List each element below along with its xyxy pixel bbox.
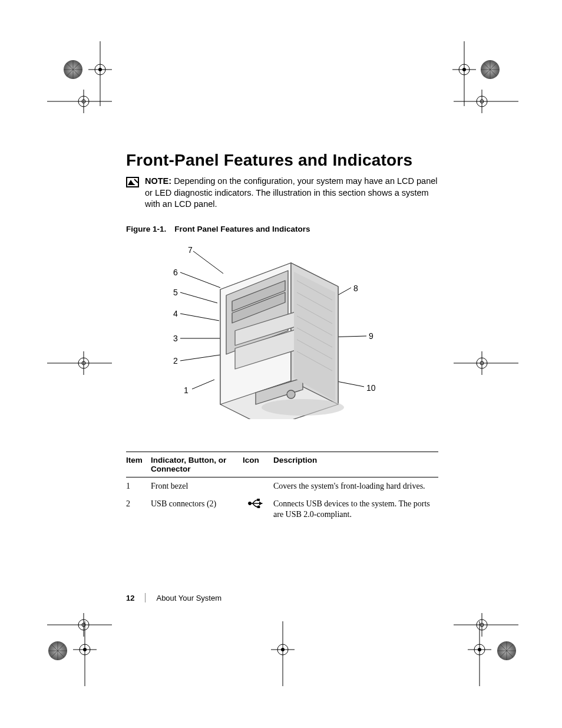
note-icon bbox=[126, 177, 139, 187]
usb-icon bbox=[248, 499, 265, 508]
note-block: NOTE: Depending on the configuration, yo… bbox=[126, 176, 438, 210]
table-row: 2 USB connectors (2) bbox=[126, 495, 438, 523]
page-footer: 12 About Your System bbox=[126, 593, 222, 602]
svg-rect-100 bbox=[257, 499, 259, 500]
features-table: Item Indicator, Button, or Connector Ico… bbox=[126, 452, 438, 524]
table-cell-description: Connects USB devices to the system. The … bbox=[273, 495, 438, 523]
figure-caption: Figure 1-1.Front Panel Features and Indi… bbox=[126, 225, 438, 233]
svg-point-87 bbox=[287, 390, 295, 398]
note-label: NOTE: bbox=[145, 176, 171, 186]
svg-point-58 bbox=[478, 648, 481, 651]
crop-mark-icon bbox=[47, 345, 112, 383]
table-cell-indicator: Front bezel bbox=[151, 477, 243, 495]
svg-point-8 bbox=[98, 68, 102, 71]
table-cell-description: Covers the system's front-loading hard d… bbox=[273, 477, 438, 495]
crop-ornament-icon bbox=[61, 58, 85, 84]
figure-caption-title: Front Panel Features and Indicators bbox=[174, 225, 310, 233]
page-content: Front-Panel Features and Indicators NOTE… bbox=[126, 151, 438, 523]
svg-point-101 bbox=[257, 506, 260, 508]
table-cell-indicator: USB connectors (2) bbox=[151, 495, 243, 523]
note-text: NOTE: Depending on the configuration, yo… bbox=[145, 176, 438, 210]
crop-mark-icon bbox=[454, 84, 518, 121]
section-heading: Front-Panel Features and Indicators bbox=[126, 151, 438, 170]
crop-mark-icon bbox=[454, 345, 518, 383]
table-header-item: Item bbox=[126, 452, 151, 477]
crop-ornament-icon bbox=[478, 58, 502, 84]
crop-mark-icon bbox=[47, 84, 112, 121]
front-panel-illustration bbox=[203, 254, 356, 419]
footer-section: About Your System bbox=[156, 594, 222, 602]
table-cell-icon bbox=[243, 477, 273, 495]
svg-point-46 bbox=[83, 648, 87, 651]
note-body: Depending on the configuration, your sys… bbox=[145, 176, 438, 209]
svg-marker-99 bbox=[259, 501, 262, 505]
crop-ornament-icon bbox=[495, 639, 518, 665]
crop-mark-icon bbox=[265, 621, 300, 686]
table-header-icon: Icon bbox=[243, 452, 273, 477]
table-cell-item: 2 bbox=[126, 495, 151, 523]
crop-ornament-icon bbox=[46, 639, 70, 665]
figure: 7 6 5 4 3 2 1 8 9 10 bbox=[126, 245, 438, 434]
table-cell-item: 1 bbox=[126, 477, 151, 495]
table-header-indicator: Indicator, Button, or Connector bbox=[151, 452, 243, 477]
figure-caption-prefix: Figure 1-1. bbox=[126, 225, 166, 233]
svg-point-96 bbox=[262, 399, 344, 416]
table-cell-icon bbox=[243, 495, 273, 523]
table-row: 1 Front bezel Covers the system's front-… bbox=[126, 477, 438, 495]
page-number: 12 bbox=[126, 594, 134, 602]
footer-divider bbox=[145, 593, 146, 602]
svg-point-50 bbox=[281, 648, 285, 651]
crop-mark-icon bbox=[462, 621, 497, 686]
table-header-description: Description bbox=[273, 452, 438, 477]
crop-mark-icon bbox=[67, 621, 103, 686]
svg-point-16 bbox=[462, 68, 466, 71]
